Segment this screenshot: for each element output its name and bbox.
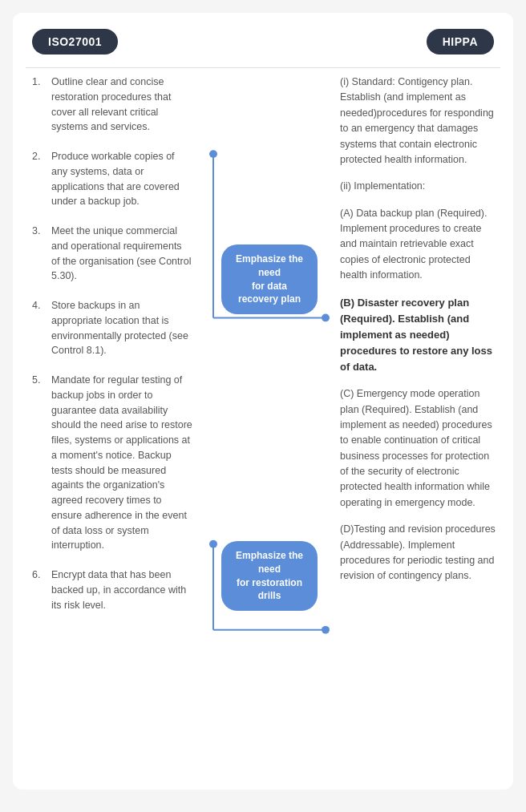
header-row: ISO27001 HIPPA (13, 13, 513, 67)
main-card: ISO27001 HIPPA Outline clear and concise… (13, 13, 513, 790)
connector-column: Emphasize the need for data recovery pla… (205, 68, 334, 770)
iso-list: Outline clear and concise restoration pr… (32, 75, 192, 612)
list-item: Outline clear and concise restoration pr… (32, 75, 192, 135)
hippa-section-5: (C) Emergency mode operation plan (Requi… (340, 386, 497, 511)
list-item: Produce workable copies of any systems, … (32, 149, 192, 209)
restoration-drills-button[interactable]: Emphasize the need for restoration drill… (221, 541, 318, 611)
data-recovery-button[interactable]: Emphasize the need for data recovery pla… (221, 244, 318, 314)
hippa-section-4: (B) Disaster recovery plan (Required). E… (340, 295, 497, 376)
list-item: Encrypt data that has been backed up, in… (32, 568, 192, 612)
outer-container: ISO27001 HIPPA Outline clear and concise… (0, 0, 526, 802)
hippa-section-3: (A) Data backup plan (Required). Impleme… (340, 206, 497, 284)
iso-badge: ISO27001 (32, 29, 118, 55)
content-area: Outline clear and concise restoration pr… (13, 68, 513, 790)
connector-svg (205, 68, 334, 770)
list-item: Mandate for regular testing of backup jo… (32, 373, 192, 553)
iso-list-column: Outline clear and concise restoration pr… (13, 68, 205, 770)
hippa-section-6: (D)Testing and revision procedures (Addr… (340, 522, 497, 584)
hippa-content-column: (i) Standard: Contigency plan. Establish… (334, 68, 513, 770)
hippa-section-2: (ii) Implementation: (340, 179, 497, 194)
list-item: Meet the unique commercial and operation… (32, 224, 192, 284)
connector-container: Emphasize the need for data recovery pla… (205, 68, 334, 770)
hippa-section-1: (i) Standard: Contigency plan. Establish… (340, 75, 497, 168)
list-item: Store backups in an appropriate location… (32, 298, 192, 358)
hippa-badge: HIPPA (427, 29, 494, 55)
